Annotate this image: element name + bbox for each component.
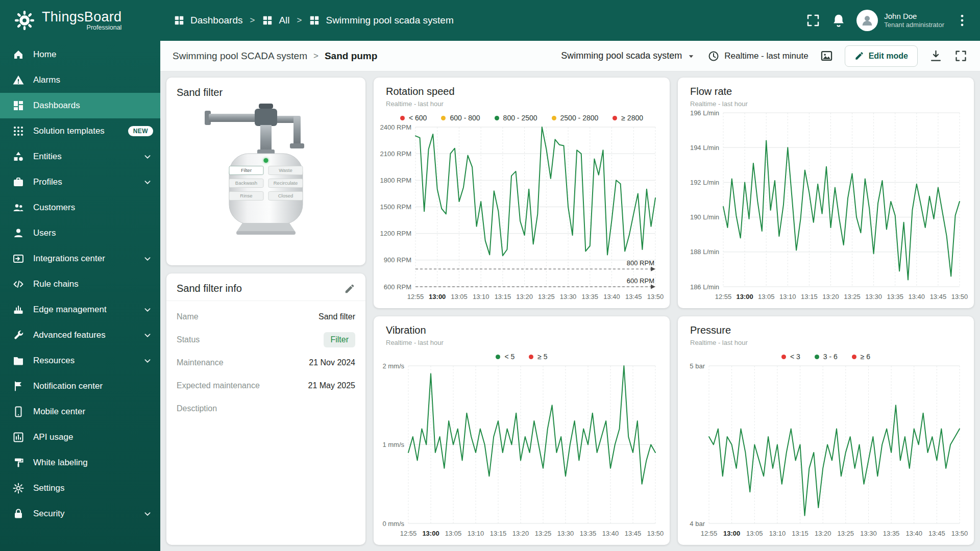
sidebar-item-alarms[interactable]: Alarms: [0, 67, 160, 93]
avatar: [856, 10, 878, 31]
topbar-breadcrumb-swimming-pool-scada-system[interactable]: Swimming pool scada system: [309, 15, 453, 26]
users-icon: [12, 227, 24, 239]
topbar-breadcrumb-all[interactable]: All: [262, 15, 289, 26]
svg-text:13:05: 13:05: [451, 293, 468, 300]
legend-item[interactable]: 2500 - 2800: [552, 114, 599, 122]
sand-filter-mode-waste[interactable]: Waste: [268, 166, 303, 175]
sidebar-item-edge-management[interactable]: Edge management: [0, 297, 160, 322]
legend-item[interactable]: < 3: [781, 353, 800, 361]
sidebar-item-resources[interactable]: Resources: [0, 348, 160, 373]
sidebar-item-profiles[interactable]: Profiles: [0, 169, 160, 195]
svg-text:13:30: 13:30: [865, 293, 882, 300]
legend-item[interactable]: 800 - 2500: [495, 114, 537, 122]
edit-info-pencil-icon[interactable]: [344, 283, 355, 294]
legend-dot: [612, 116, 617, 120]
legend-item[interactable]: ≥ 6: [852, 353, 870, 361]
legend-dot: [815, 355, 819, 359]
legend-label: ≥ 5: [537, 353, 547, 361]
sand-filter-widget: Sand filter: [166, 78, 365, 265]
info-rows: NameSand filterStatusFilterMaintenance21…: [166, 301, 365, 424]
dashboard-fullscreen-icon[interactable]: [954, 49, 968, 63]
mobile-icon: [12, 406, 24, 418]
topbar-breadcrumb-dashboards[interactable]: Dashboards: [174, 15, 242, 26]
edit-mode-label: Edit mode: [869, 52, 908, 61]
sidebar-item-label: Dashboards: [33, 101, 153, 111]
chevron-down-icon: [142, 151, 153, 162]
info-value: 21 May 2025: [308, 381, 355, 390]
sidebar-item-label: Mobile center: [33, 407, 153, 417]
sand-filter-mode-backwash[interactable]: Backwash: [229, 179, 264, 188]
sidebar-item-label: Edge management: [33, 305, 133, 315]
sidebar-item-solution-templates[interactable]: Solution templatesNEW: [0, 118, 160, 144]
svg-text:13:25: 13:25: [838, 530, 854, 537]
info-row-name: NameSand filter: [177, 305, 355, 328]
breadcrumb-separator: >: [297, 15, 302, 26]
chevron-down-icon: [142, 508, 153, 519]
info-header: Sand filter info: [166, 273, 365, 301]
sidebar-item-label: White labeling: [33, 458, 153, 468]
svg-text:12:55: 12:55: [400, 530, 417, 537]
user-menu[interactable]: John Doe Tenant administrator: [856, 10, 944, 31]
notifications-bell-icon[interactable]: [831, 13, 846, 28]
sand-filter-mode-recirculate[interactable]: Recirculate: [268, 179, 303, 188]
sidebar-item-settings[interactable]: Settings: [0, 475, 160, 501]
sidebar-item-advanced-features[interactable]: Advanced features: [0, 322, 160, 348]
svg-text:188 L/min: 188 L/min: [690, 248, 719, 256]
sidebar-item-integrations-center[interactable]: Integrations center: [0, 246, 160, 271]
home-icon: [12, 48, 24, 61]
legend-item[interactable]: 600 - 800: [441, 114, 480, 122]
legend-item[interactable]: 3 - 6: [815, 353, 838, 361]
sidebar-item-security[interactable]: Security: [0, 501, 160, 527]
chart-title: Vibration: [386, 324, 657, 336]
image-icon[interactable]: [820, 49, 834, 63]
thingsboard-gear-icon: [13, 9, 36, 32]
timewindow-button[interactable]: Realtime - last minute: [707, 50, 808, 62]
person-icon: [860, 13, 875, 28]
user-name: John Doe: [884, 11, 944, 21]
sidebar-item-customers[interactable]: Customers: [0, 195, 160, 220]
sand-filter-info-widget: Sand filter info NameSand filterStatusFi…: [166, 273, 365, 545]
legend-item[interactable]: < 600: [400, 114, 427, 122]
legend-label: 3 - 6: [823, 353, 838, 361]
sidebar-item-home[interactable]: Home: [0, 42, 160, 67]
legend-item[interactable]: < 5: [496, 353, 514, 361]
legend-item[interactable]: ≥ 2800: [612, 114, 643, 122]
sand-filter-mode-rinse[interactable]: Rinse: [229, 191, 264, 201]
svg-text:13:05: 13:05: [445, 530, 462, 537]
pressure-plot: 12:5513:0013:0513:1013:1513:2013:2513:30…: [684, 361, 968, 541]
chart-legend: < 33 - 6≥ 6: [684, 353, 968, 361]
sand-filter-mode-filter[interactable]: Filter: [229, 166, 264, 175]
sidebar-item-rule-chains[interactable]: Rule chains: [0, 271, 160, 297]
sidebar-item-users[interactable]: Users: [0, 220, 160, 246]
thingsboard-logo[interactable]: ThingsBoard Professional: [0, 9, 160, 32]
svg-text:13:00: 13:00: [429, 293, 446, 300]
sidebar-item-mobile-center[interactable]: Mobile center: [0, 399, 160, 424]
status-badge: Filter: [324, 332, 355, 347]
info-label: Name: [177, 312, 199, 321]
download-icon[interactable]: [929, 49, 943, 63]
more-menu-icon[interactable]: [954, 13, 970, 28]
sidebar-item-dashboards[interactable]: Dashboards: [0, 93, 160, 118]
dashboard-breadcrumb-root[interactable]: Swimming pool SCADA system: [173, 51, 307, 62]
customers-icon: [12, 202, 24, 214]
sidebar-item-api-usage[interactable]: API usage: [0, 424, 160, 450]
sidebar-item-entities[interactable]: Entities: [0, 144, 160, 169]
sidebar-item-white-labeling[interactable]: White labeling: [0, 450, 160, 475]
legend-dot: [852, 355, 856, 359]
sand-filter-mode-closed[interactable]: Closed: [268, 191, 303, 201]
svg-text:194 L/min: 194 L/min: [690, 144, 719, 152]
fullscreen-icon[interactable]: [805, 13, 821, 28]
edit-mode-button[interactable]: Edit mode: [845, 45, 918, 67]
resources-icon: [12, 355, 24, 367]
legend-item[interactable]: ≥ 5: [529, 353, 547, 361]
security-icon: [12, 508, 24, 520]
sidebar-item-label: Profiles: [33, 177, 133, 187]
sand-filter-illustration: FilterWasteBackwashRecirculateRinseClose…: [189, 101, 342, 242]
entity-select[interactable]: Swimming pool scada system: [561, 51, 696, 61]
info-label: Status: [177, 335, 200, 344]
breadcrumb-label: Dashboards: [190, 15, 242, 26]
sidebar-item-label: Home: [33, 49, 153, 60]
sidebar-item-notification-center[interactable]: Notification center: [0, 373, 160, 399]
info-value: Sand filter: [318, 312, 355, 321]
info-row-expected-maintenance: Expected maintenance21 May 2025: [177, 374, 355, 397]
